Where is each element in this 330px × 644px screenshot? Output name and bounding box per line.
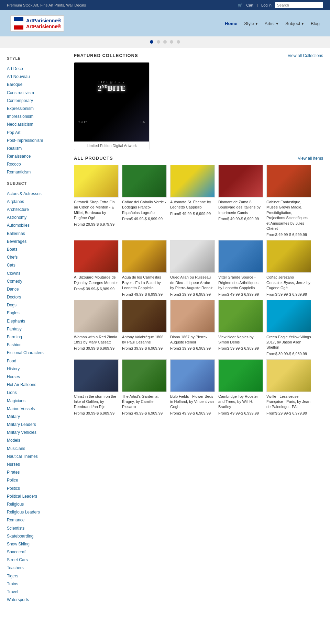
sidebar-item-subject-models[interactable]: Models [7,437,67,444]
product-card-viewnear[interactable]: View Near Naples by Simon DenisFrom$ 39.… [218,300,263,356]
sidebar-item-subject-spacecraft[interactable]: Spacecraft [7,548,67,556]
sidebar-item-style-art-deco[interactable]: Art Deco [7,65,67,73]
search-input[interactable] [275,2,323,8]
sidebar-item-style-constructivism[interactable]: Constructivism [7,89,67,97]
product-card-conac2[interactable]: Coñac Jerezano Gonzalez-Byass, Jerez by … [266,240,311,296]
sidebar-item-style-neoclassicism[interactable]: Neoclassicism [7,121,67,128]
sidebar-item-style-art-nouveau[interactable]: Art Nouveau [7,73,67,81]
sidebar-item-subject-history[interactable]: History [7,365,67,373]
sidebar-item-subject-military[interactable]: Military [7,413,67,421]
sidebar-item-subject-fictional-characters[interactable]: Fictional Characters [7,349,67,357]
sidebar-item-subject-politics[interactable]: Politics [7,485,67,493]
sidebar-item-subject-elephants[interactable]: Elephants [7,317,67,325]
dot-1[interactable] [150,40,153,44]
sidebar-item-subject-military-vehicles[interactable]: Military Vehicles [7,429,67,437]
sidebar-item-subject-cats[interactable]: Cats [7,261,67,269]
sidebar-item-subject-farming[interactable]: Farming [7,333,67,341]
product-card-christ[interactable]: Christ in the storm on the lake of Galil… [74,359,119,415]
sidebar-item-style-impressionism[interactable]: Impressionism [7,113,67,121]
sidebar-item-style-realism[interactable]: Realism [7,145,67,152]
sidebar-item-style-renaissance[interactable]: Renaissance [7,152,67,160]
sidebar-item-subject-eagles[interactable]: Eagles [7,309,67,317]
sidebar-item-subject-dance[interactable]: Dance [7,285,67,293]
product-card-antony[interactable]: Antony Valabrègue 1866 by Paul CézanneFr… [122,300,167,356]
sidebar-item-style-pop-art[interactable]: Pop Art [7,129,67,137]
product-card-greeneagle[interactable]: Green Eagle Yellow Wings 2017, by Jason … [266,300,311,356]
sidebar-item-subject-political-leaders[interactable]: Political Leaders [7,493,67,500]
sidebar-item-subject-marine-vessels[interactable]: Marine Vessels [7,405,67,413]
sidebar-item-subject-horses[interactable]: Horses [7,373,67,381]
sidebar-item-subject-fashion[interactable]: Fashion [7,341,67,349]
sidebar-item-subject-tigers[interactable]: Tigers [7,572,67,580]
sidebar-item-subject-travel[interactable]: Travel [7,588,67,596]
product-card-woman[interactable]: Woman with a Red Zinnia 1891 by Mary Cas… [74,300,119,356]
dot-2[interactable] [157,40,160,44]
sidebar-item-style-baroque[interactable]: Baroque [7,81,67,89]
sidebar-item-subject-architecture[interactable]: Architecture [7,206,67,214]
sidebar-item-subject-scientists[interactable]: Scientists [7,524,67,532]
nav-blog[interactable]: Blog [311,21,320,26]
sidebar-item-subject-magicians[interactable]: Magicians [7,397,67,405]
sidebar-item-subject-street-cars[interactable]: Street Cars [7,556,67,564]
product-card-vittel[interactable]: Vittel Grande Source - Régime des Arthri… [218,240,263,296]
sidebar-item-subject-skateboarding[interactable]: Skateboarding [7,532,67,540]
sidebar-item-subject-airplanes[interactable]: Airplanes [7,198,67,206]
sidebar-item-style-expressionism[interactable]: Expressionism [7,105,67,113]
login-link[interactable]: Log in [261,3,272,7]
sidebar-item-subject-fantasy[interactable]: Fantasy [7,325,67,333]
view-all-items-link[interactable]: View all Items [298,156,323,161]
nav-subject[interactable]: Subject ▾ [285,21,304,26]
sidebar-item-subject-snow-skiing[interactable]: Snow Skiing [7,540,67,548]
sidebar-item-subject-police[interactable]: Police [7,476,67,484]
product-card-cambridge[interactable]: Cambridge Toy Rooster and Trees, by Will… [218,359,263,415]
dot-5[interactable] [177,40,180,44]
cart-link[interactable]: Cart [246,3,253,7]
sidebar-item-subject-hot-air-balloons[interactable]: Hot Air Balloons [7,381,67,389]
nav-style[interactable]: Style ▾ [244,21,258,26]
sidebar-item-style-contemporary[interactable]: Contemporary [7,97,67,105]
sidebar-item-subject-astronomy[interactable]: Astronomy [7,214,67,222]
sidebar-item-subject-pirates[interactable]: Pirates [7,468,67,476]
sidebar-item-subject-actors-actresses[interactable]: Actors & Actresses [7,190,67,198]
sidebar-item-subject-romance[interactable]: Romance [7,516,67,524]
sidebar-item-subject-automobiles[interactable]: Automobiles [7,222,67,229]
product-card-conac[interactable]: Coñac del Caballo Verde - Bodegas Franco… [122,165,167,237]
sidebar-item-subject-religious-leaders[interactable]: Religious Leaders [7,508,67,516]
sidebar-item-subject-teachers[interactable]: Teachers [7,564,67,572]
product-card-oued[interactable]: Oued Allah ou Ruisseau de Dieu - Liqueur… [170,240,215,296]
product-card-automoto[interactable]: Automoto St. Étienne by Leonetto Cappiel… [170,165,215,237]
sidebar-item-subject-nurses[interactable]: Nurses [7,461,67,468]
sidebar-item-subject-military-leaders[interactable]: Military Leaders [7,421,67,429]
sidebar-item-subject-musicians[interactable]: Musicians [7,445,67,453]
product-card-citronelli[interactable]: Citronelli Sirop Extra Fin au Citron de … [74,165,119,237]
nav-home[interactable]: Home [225,21,237,26]
view-all-collections-link[interactable]: View all Collections [288,53,323,58]
sidebar-item-subject-clowns[interactable]: Clowns [7,270,67,278]
sidebar-item-subject-doctors[interactable]: Doctors [7,293,67,301]
dot-4[interactable] [170,40,173,44]
sidebar-item-style-romanticism[interactable]: Romanticism [7,168,67,176]
sidebar-item-subject-comedy[interactable]: Comedy [7,278,67,285]
product-card-agua[interactable]: Agua de los Carmelitas Boyer - Es La Sal… [122,240,167,296]
product-card-viville[interactable]: Viville - Lessiveuse Française - Paris, … [266,359,311,415]
nav-artist[interactable]: Artist ▾ [265,21,278,26]
product-card-diamant[interactable]: Diamant de Zama 8 Boulevard des Italiens… [218,165,263,237]
sidebar-item-style-rococo[interactable]: Rococo [7,160,67,168]
sidebar-item-subject-watersports[interactable]: Watersports [7,596,67,604]
product-card-artist[interactable]: The Artist's Garden at Éragny, by Camill… [122,359,167,415]
product-card-cabinet[interactable]: Cabinet Fantastique, Musée Grévin Magie,… [266,165,311,237]
sidebar-item-subject-food[interactable]: Food [7,357,67,365]
product-card-bulb[interactable]: Bulb Fields - Flower Beds in Holland, by… [170,359,215,415]
sidebar-item-subject-beverages[interactable]: Beverages [7,238,67,246]
sidebar-item-subject-ballerinas[interactable]: Ballerinas [7,230,67,238]
sidebar-item-subject-trains[interactable]: Trains [7,580,67,588]
sidebar-item-subject-boats[interactable]: Boats [7,246,67,253]
sidebar-item-subject-lions[interactable]: Lions [7,389,67,397]
sidebar-item-subject-dogs[interactable]: Dogs [7,301,67,309]
sidebar-item-subject-religious[interactable]: Religious [7,500,67,508]
dot-3[interactable] [163,40,167,44]
sidebar-item-subject-nautical-themes[interactable]: Nautical Themes [7,453,67,461]
product-card-bizouard[interactable]: A. Bizouard Moutarde de Dijon by Georges… [74,240,119,296]
sidebar-item-style-post-impressionism[interactable]: Post-Impressionism [7,137,67,145]
product-card-diana[interactable]: Diana 1867 by Pierre-Auguste RenoirFrom$… [170,300,215,356]
